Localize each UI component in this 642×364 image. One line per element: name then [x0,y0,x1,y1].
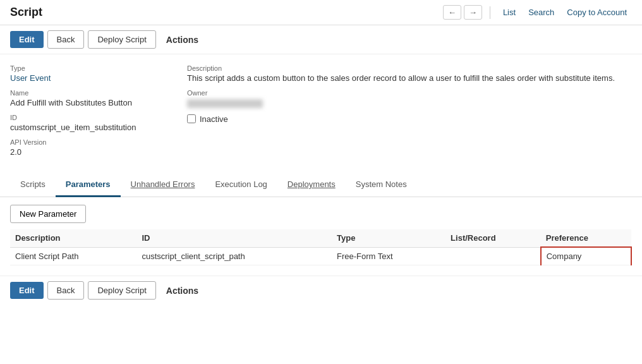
name-value: Add Fulfill with Substitutes Button [10,98,187,107]
inactive-checkbox[interactable] [187,114,196,123]
inactive-row: Inactive [187,114,632,124]
owner-label: Owner [187,89,632,97]
table-header-row: Description ID Type List/Record Preferen… [10,229,631,247]
owner-field: Owner [187,89,632,108]
inactive-label: Inactive [200,114,228,124]
param-id: custscript_client_script_path [136,247,332,265]
params-section: New Parameter Description ID Type List/R… [0,197,642,273]
bottom-actions-button[interactable]: Actions [160,282,205,300]
param-type: Free-Form Text [332,247,445,265]
owner-value-blurred [187,99,263,108]
actions-button[interactable]: Actions [160,31,205,49]
detail-left: Type User Event Name Add Fulfill with Su… [10,64,187,163]
col-list-record: List/Record [445,229,541,247]
search-link[interactable]: Search [523,6,559,19]
bottom-toolbar: Edit Back Deploy Script Actions [0,276,642,305]
col-id: ID [136,229,332,247]
bottom-back-button[interactable]: Back [47,281,85,300]
api-field: API Version 2.0 [10,138,187,157]
deploy-script-button[interactable]: Deploy Script [88,30,155,49]
description-value: This script adds a custom button to the … [187,73,629,83]
table-row: Client Script Path custscript_client_scr… [10,247,631,265]
id-value: customscript_ue_item_substitution [10,123,187,132]
edit-button[interactable]: Edit [10,31,44,48]
page-header: Script ← → List Search Copy to Account [0,0,642,25]
tab-execution-log[interactable]: Execution Log [205,173,277,197]
id-label: ID [10,114,187,121]
tab-parameters[interactable]: Parameters [56,173,121,197]
col-type: Type [332,229,445,247]
col-description: Description [10,229,136,247]
id-field: ID customscript_ue_item_substitution [10,114,187,132]
list-link[interactable]: List [498,6,521,19]
col-preference: Preference [541,229,631,247]
detail-right: Description This script adds a custom bu… [187,64,632,163]
back-button[interactable]: Back [47,30,85,49]
nav-separator [490,6,490,19]
detail-grid: Type User Event Name Add Fulfill with Su… [10,64,632,163]
name-field: Name Add Fulfill with Substitutes Button [10,89,187,107]
prev-button[interactable]: ← [443,5,461,20]
copy-to-account-link[interactable]: Copy to Account [562,6,632,19]
next-button[interactable]: → [464,5,482,20]
type-field: Type User Event [10,64,187,83]
description-field: Description This script adds a custom bu… [187,64,632,83]
tab-system-notes[interactable]: System Notes [346,173,417,197]
page-title: Script [10,6,42,19]
parameters-table: Description ID Type List/Record Preferen… [10,229,632,265]
param-preference: Company [541,247,631,265]
bottom-edit-button[interactable]: Edit [10,282,44,299]
api-value: 2.0 [10,147,187,157]
bottom-deploy-script-button[interactable]: Deploy Script [88,281,155,300]
param-description[interactable]: Client Script Path [10,247,136,265]
tabs-list: Scripts Parameters Unhandled Errors Exec… [10,173,632,197]
header-nav: ← → List Search Copy to Account [443,5,632,20]
description-label: Description [187,64,632,72]
name-label: Name [10,89,187,97]
tabs-container: Scripts Parameters Unhandled Errors Exec… [0,173,642,197]
tab-unhandled-errors[interactable]: Unhandled Errors [121,173,205,197]
type-label: Type [10,64,187,72]
param-list-record [445,247,541,265]
detail-section: Type User Event Name Add Fulfill with Su… [0,54,642,168]
tab-scripts[interactable]: Scripts [10,173,56,197]
tab-deployments[interactable]: Deployments [277,173,346,197]
type-value: User Event [10,73,187,83]
top-toolbar: Edit Back Deploy Script Actions [0,25,642,54]
new-parameter-button[interactable]: New Parameter [10,205,86,223]
api-label: API Version [10,138,187,146]
